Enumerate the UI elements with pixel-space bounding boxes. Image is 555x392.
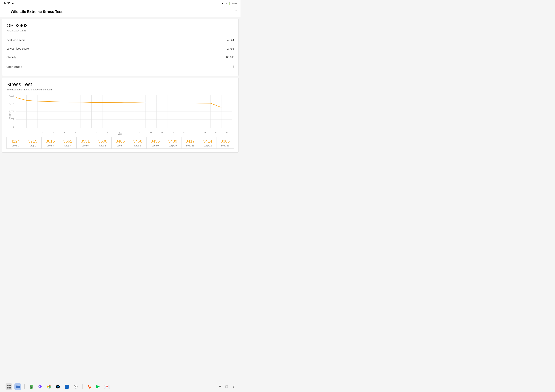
battery-icon: 🔋: [228, 2, 231, 5]
youtube-icon: ▶: [12, 2, 14, 5]
top-bar: ← Wild Life Extreme Stress Test ⤴: [0, 7, 241, 17]
stress-section: Stress Test See how performance changes …: [2, 78, 239, 153]
loop-score-1: 4124: [11, 139, 20, 144]
loop-score-6: 3500: [98, 139, 107, 144]
loop-score-7: 3486: [116, 139, 125, 144]
status-icons: ∗ ∿ 🔋 38%: [222, 2, 237, 5]
loop-label-1: Loop 1: [12, 144, 19, 147]
loop-item-10: 3439 Loop 10: [164, 137, 182, 149]
loop-score-9: 3455: [151, 139, 160, 144]
y-label-1000: 1,000: [9, 118, 14, 120]
chart-area: [16, 95, 232, 128]
result-card: OPD2403 Jul 29, 2024 14:55 Best loop sco…: [2, 19, 239, 76]
loop-score-2: 3715: [28, 139, 37, 144]
main-content: OPD2403 Jul 29, 2024 14:55 Best loop sco…: [0, 19, 241, 153]
y-label-0: 0: [13, 126, 14, 128]
loop-label-10: Loop 10: [169, 144, 177, 147]
loop-item-4: 3562 Loop 4: [59, 137, 77, 149]
user-guide-label: USER GUIDE: [7, 66, 22, 68]
x-label-18: 18: [200, 132, 211, 134]
loop-item-6: 3500 Loop 6: [94, 137, 112, 149]
loop-scores: 4124 Loop 1 3715 Loop 2 3615 Loop 3 3562…: [7, 137, 234, 149]
best-loop-value: 4 124: [227, 38, 234, 42]
stability-label: Stability: [7, 56, 16, 59]
loop-item-5: 3531 Loop 5: [77, 137, 94, 149]
loop-item-12: 3414 Loop 12: [199, 137, 217, 149]
x-label-5: 5: [59, 132, 70, 134]
loop-item-9: 3455 Loop 9: [146, 137, 164, 149]
y-label-3000: 3,000: [9, 102, 14, 105]
chart-container: 4,000 3,000 2,000 1,000 0: [7, 95, 234, 135]
x-label-11: 11: [124, 132, 135, 134]
x-label-8: 8: [92, 132, 102, 134]
stress-subtitle: See how performance changes under load: [7, 88, 234, 91]
loop-score-13: 3385: [221, 139, 230, 144]
device-date: Jul 29, 2024 14:55: [7, 29, 234, 32]
loop-label-7: Loop 7: [117, 144, 124, 147]
y-label-4000: 4,000: [9, 95, 14, 97]
loop-item-11: 3417 Loop 11: [182, 137, 199, 149]
best-loop-row: Best loop score 4 124: [7, 36, 234, 44]
stress-title: Stress Test: [7, 82, 234, 87]
user-guide-share-icon: ⤴: [232, 65, 234, 69]
y-axis-title: Score: [9, 112, 11, 118]
loop-item-8: 3458 Loop 8: [129, 137, 147, 149]
x-label-4: 4: [48, 132, 59, 134]
back-button[interactable]: ←: [4, 9, 8, 14]
loop-score-5: 3531: [81, 139, 90, 144]
loop-label-8: Loop 8: [134, 144, 141, 147]
x-label-1: 1: [16, 132, 27, 134]
battery-percent: 38%: [232, 2, 237, 5]
x-label-2: 2: [27, 132, 37, 134]
lowest-loop-label: Lowest loop score: [7, 47, 29, 50]
y-label-2000: 2,000: [9, 110, 14, 112]
loop-label-2: Loop 2: [29, 144, 36, 147]
loop-label-4: Loop 4: [64, 144, 71, 147]
x-label-15: 15: [167, 132, 178, 134]
loop-score-8: 3458: [133, 139, 142, 144]
loop-label-6: Loop 6: [99, 144, 106, 147]
loop-label-13: Loop 13: [221, 144, 229, 147]
y-axis-labels: 4,000 3,000 2,000 1,000 0: [7, 95, 15, 128]
loop-item-1: 4124 Loop 1: [7, 137, 24, 149]
stability-value: 66.8%: [226, 56, 234, 59]
device-name: OPD2403: [7, 23, 234, 29]
loop-item-7: 3486 Loop 7: [111, 137, 129, 149]
loop-score-11: 3417: [186, 139, 195, 144]
lowest-loop-row: Lowest loop score 2 756: [7, 44, 234, 53]
user-guide-row[interactable]: USER GUIDE ⤴: [7, 62, 234, 72]
page-title: Wild Life Extreme Stress Test: [11, 10, 63, 14]
x-label-9: 9: [102, 132, 113, 134]
stability-row: Stability 66.8%: [7, 53, 234, 61]
loop-score-12: 3414: [203, 139, 212, 144]
loop-score-4: 3562: [63, 139, 72, 144]
share-button[interactable]: ⤴: [235, 10, 237, 14]
loop-label-11: Loop 11: [186, 144, 194, 147]
loop-label-3: Loop 3: [47, 144, 54, 147]
lowest-loop-value: 2 756: [227, 47, 234, 50]
x-label-17: 17: [189, 132, 200, 134]
x-label-20: 20: [221, 132, 232, 134]
x-label-13: 13: [146, 132, 156, 134]
x-label-7: 7: [81, 132, 92, 134]
x-label-6: 6: [70, 132, 81, 134]
loop-score-3: 3615: [46, 139, 55, 144]
x-label-12: 12: [135, 132, 146, 134]
status-time: 14:56: [4, 2, 10, 5]
status-bar: 14:56 ▶ ∗ ∿ 🔋 38%: [0, 0, 241, 7]
loop-score-10: 3439: [168, 139, 177, 144]
x-label-16: 16: [178, 132, 189, 134]
loop-label-5: Loop 5: [82, 144, 89, 147]
x-label-14: 14: [156, 132, 168, 134]
loop-item-3: 3615 Loop 3: [42, 137, 59, 149]
x-axis-title: Loop: [118, 133, 123, 135]
wifi-icon: ∿: [225, 2, 227, 5]
loop-label-9: Loop 9: [152, 144, 159, 147]
x-axis-labels: 1 2 3 4 5 6 7 8 9 10 11 12 13 14 15 16 1…: [16, 130, 232, 135]
loop-item-2: 3715 Loop 2: [24, 137, 42, 149]
loop-item-13: 3385 Loop 13: [216, 137, 234, 149]
x-label-19: 19: [211, 132, 221, 134]
loop-label-12: Loop 12: [204, 144, 212, 147]
chart-line: [16, 97, 221, 107]
x-label-3: 3: [37, 132, 48, 134]
